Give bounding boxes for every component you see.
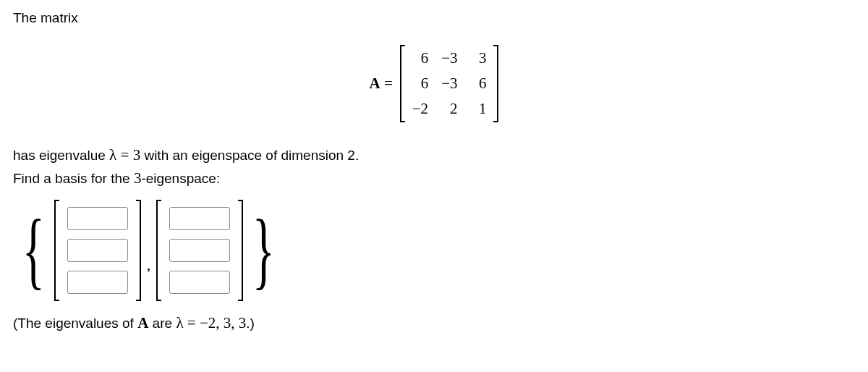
A-symbol: A <box>137 314 148 331</box>
eigenvalue-statement: has eigenvalue λ = 3 with an eigenspace … <box>13 144 855 166</box>
text-seg: with an eigenspace of dimension 2. <box>140 148 359 163</box>
text-seg: has eigenvalue <box>13 148 109 163</box>
equals-sign: = <box>380 75 393 92</box>
three-literal: 3 <box>134 169 142 187</box>
eigenvalues-note: (The eigenvalues of A are λ = −2, 3, 3.) <box>13 314 855 332</box>
vector2-entry-2[interactable] <box>169 239 230 262</box>
matrix-cell: 6 <box>412 75 428 93</box>
vector1-entry-3[interactable] <box>67 271 128 294</box>
bracket-left <box>54 200 60 301</box>
basis-comma: , <box>147 227 151 274</box>
matrix-cell: 2 <box>441 100 457 118</box>
matrix-label: A = <box>370 75 393 93</box>
brace-left: { <box>22 212 45 289</box>
basis-vector-2 <box>156 200 243 301</box>
vector1-entry-2[interactable] <box>67 239 128 262</box>
matrix-cell: 3 <box>470 49 486 67</box>
vector1-entry-1[interactable] <box>67 207 128 230</box>
matrix-equation: A = 6 −3 3 6 −3 6 −2 2 1 <box>13 45 855 122</box>
matrix-cell: −3 <box>441 49 457 67</box>
basis-set: { , } <box>13 200 855 301</box>
text-seg: Find a basis for the <box>13 171 134 186</box>
intro-text: The matrix <box>13 10 855 26</box>
bracket-right <box>135 200 141 301</box>
basis-vector-1 <box>54 200 141 301</box>
bracket-left <box>156 200 162 301</box>
brace-right: } <box>252 212 275 289</box>
vector2-entry-3[interactable] <box>169 271 230 294</box>
matrix-cell: 1 <box>470 100 486 118</box>
matrix-cell: −2 <box>412 100 428 118</box>
bracket-right <box>493 45 498 122</box>
matrix-cells: 6 −3 3 6 −3 6 −2 2 1 <box>405 45 494 122</box>
matrix-cell: 6 <box>412 49 428 67</box>
text-seg: (The eigenvalues of <box>13 316 137 331</box>
matrix-symbol-A: A <box>370 75 380 92</box>
text-seg: -eigenspace: <box>141 171 220 186</box>
prompt-statement: Find a basis for the 3-eigenspace: <box>13 167 855 189</box>
vector2-entry-1[interactable] <box>169 207 230 230</box>
matrix-cell: −3 <box>441 75 457 93</box>
text-seg: .) <box>246 316 255 331</box>
bracket-left <box>400 45 405 122</box>
lambda-list: λ = −2, 3, 3 <box>176 314 246 331</box>
matrix-A: 6 −3 3 6 −3 6 −2 2 1 <box>400 45 499 122</box>
text-seg: are <box>148 316 176 331</box>
matrix-cell: 6 <box>470 75 486 93</box>
bracket-right <box>237 200 243 301</box>
lambda-eq-3: λ = 3 <box>109 146 140 164</box>
